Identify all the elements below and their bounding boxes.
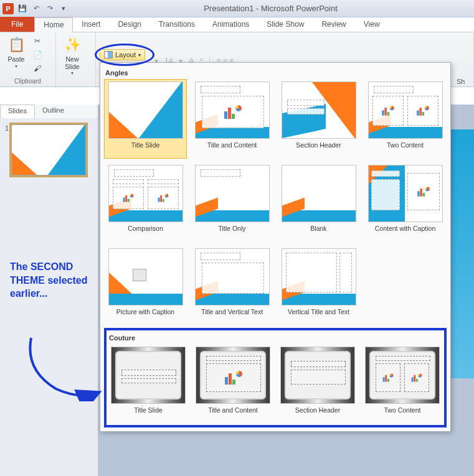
group-clipboard: 📋 Paste ▾ ✂ 📄 🖌 Clipboard xyxy=(0,32,56,86)
ribbon-tabs: File Home Insert Design Transitions Anim… xyxy=(0,17,474,32)
paste-button[interactable]: 📋 Paste ▾ xyxy=(4,34,29,70)
pane-tab-outline[interactable]: Outline xyxy=(35,105,72,118)
layout-title-and-content[interactable]: Title and Content xyxy=(191,79,273,159)
undo-icon[interactable]: ↶ xyxy=(30,2,42,15)
annotation-text: The SECOND THEME selected earlier... xyxy=(10,260,91,301)
slide-number: 1 xyxy=(5,124,9,175)
pane-tabs: Slides Outline xyxy=(0,105,98,118)
pane-tab-slides[interactable]: Slides xyxy=(0,105,35,118)
layout-vertical-title-and-text[interactable]: Vertical Title and Text xyxy=(277,246,360,325)
layout-button[interactable]: Layout ▾ xyxy=(100,49,145,60)
layout-icon xyxy=(104,51,113,58)
annotation-arrow xyxy=(19,333,106,401)
new-slide-label: New Slide xyxy=(65,56,79,70)
tab-transitions[interactable]: Transitions xyxy=(150,17,204,32)
tab-review[interactable]: Review xyxy=(313,17,354,32)
tab-slideshow[interactable]: Slide Show xyxy=(258,17,313,32)
layout-couture-two-content[interactable]: Two Content xyxy=(362,344,443,424)
layout-button-label: Layout xyxy=(115,51,136,58)
tab-insert[interactable]: Insert xyxy=(73,17,109,32)
layout-title-only[interactable]: Title Only xyxy=(191,162,273,242)
layout-title-slide[interactable]: Title Slide xyxy=(104,79,187,159)
format-painter-icon[interactable]: 🖌 xyxy=(31,62,44,75)
tab-file[interactable]: File xyxy=(0,17,34,32)
tab-animations[interactable]: Animations xyxy=(204,17,258,32)
slide-thumbnail[interactable]: 1 xyxy=(5,124,93,175)
group-slides: ✨ New Slide ▾ xyxy=(56,32,96,86)
layout-couture-title-slide[interactable]: Title Slide xyxy=(108,344,189,424)
qat-more-icon[interactable]: ▾ xyxy=(57,2,70,15)
redo-icon[interactable]: ↷ xyxy=(44,2,56,15)
copy-icon[interactable]: 📄 xyxy=(31,49,44,61)
section-couture-title: Couture xyxy=(108,332,443,344)
mini-slide-preview xyxy=(11,124,86,175)
layout-dropdown: Angles Title Slide Title and Content Sec… xyxy=(100,62,451,432)
new-slide-button[interactable]: ✨ New Slide ▾ xyxy=(60,34,85,77)
couture-section-highlight: Couture Title Slide Title and Content Se… xyxy=(104,328,447,427)
title-bar: P 💾 ↶ ↷ ▾ Presentation1 - Microsoft Powe… xyxy=(0,0,474,17)
chevron-down-icon: ▾ xyxy=(138,52,141,58)
window-title: Presentation1 - Microsoft PowerPoint xyxy=(70,4,472,13)
group-clipboard-title: Clipboard xyxy=(4,77,52,85)
quick-access-toolbar: 💾 ↶ ↷ ▾ xyxy=(16,2,70,15)
layout-couture-title-and-content[interactable]: Title and Content xyxy=(192,344,273,424)
layout-content-with-caption[interactable]: Content with Caption xyxy=(364,162,447,242)
layout-picture-with-caption[interactable]: Picture with Caption xyxy=(104,246,187,325)
shapes-label: Sh xyxy=(457,78,470,85)
paste-icon: 📋 xyxy=(6,35,26,55)
layout-title-and-vertical-text[interactable]: Title and Vertical Text xyxy=(191,246,273,325)
layout-section-header[interactable]: Section Header xyxy=(277,79,360,159)
layout-comparison[interactable]: Comparison xyxy=(104,162,187,242)
cut-icon[interactable]: ✂ xyxy=(31,35,44,47)
tab-design[interactable]: Design xyxy=(109,17,149,32)
powerpoint-icon: P xyxy=(2,3,14,14)
layout-two-content[interactable]: Two Content xyxy=(364,79,447,159)
layout-couture-section-header[interactable]: Section Header xyxy=(277,344,358,424)
layout-blank[interactable]: Blank xyxy=(277,162,360,242)
paste-label: Paste xyxy=(8,56,25,63)
tab-home[interactable]: Home xyxy=(34,17,73,32)
save-icon[interactable]: 💾 xyxy=(16,2,29,15)
section-angles-title: Angles xyxy=(104,67,447,79)
tab-view[interactable]: View xyxy=(355,17,389,32)
new-slide-icon: ✨ xyxy=(62,35,82,55)
